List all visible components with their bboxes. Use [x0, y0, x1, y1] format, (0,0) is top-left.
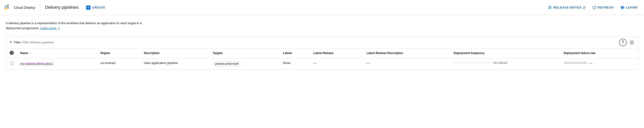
svg-rect-3	[7, 7, 9, 8]
deployment-fail-col-header[interactable]: Deployment failure rate	[561, 48, 638, 58]
labels-col-header[interactable]: Labels	[280, 48, 310, 58]
filter-label: Filter	[14, 41, 21, 44]
svg-rect-2	[4, 8, 6, 10]
learn-more-link[interactable]: Learn more ↗	[40, 26, 60, 30]
deployment-fail-bar	[564, 62, 587, 64]
google-cloud-logo-icon	[4, 4, 12, 11]
logo-area: Cloud Deploy	[4, 0, 40, 15]
release-notes-label: RELEASE NOTES	[553, 6, 582, 9]
learn-button[interactable]: LEARN	[617, 3, 640, 12]
external-link-small-icon: ↗	[58, 27, 60, 30]
help-icon-button[interactable]: ?	[619, 39, 627, 46]
page-title-area: Delivery pipelines + CREATE	[40, 0, 545, 15]
no-rollouts-label: No rollouts	[494, 61, 507, 64]
description-col-header[interactable]: Description	[141, 48, 210, 58]
svg-rect-12	[630, 41, 634, 41]
row-deployment-fail-cell: —	[561, 58, 638, 69]
main-content: A delivery pipeline is a representation …	[0, 15, 644, 70]
svg-line-8	[584, 6, 586, 8]
row-checkbox-cell[interactable]	[6, 58, 17, 69]
row-deployment-freq-cell: No rollouts	[451, 58, 561, 69]
create-label: CREATE	[92, 6, 105, 9]
learn-label: LEARN	[626, 6, 637, 9]
deployment-freq-col-header[interactable]: Deployment frequency	[451, 48, 561, 58]
row-name-cell: my-params-demo-app-1	[17, 58, 98, 69]
row-checkbox[interactable]	[10, 62, 13, 65]
pipelines-table-container: Name ↑ Region Description Targets Labels…	[6, 48, 638, 70]
row-latest-release-desc-cell: —	[364, 58, 451, 69]
filter-bar: Filter ?	[6, 37, 638, 48]
svg-rect-0	[4, 6, 6, 7]
header-checkbox[interactable]	[10, 51, 14, 55]
row-description-cell: main application pipeline	[141, 58, 210, 69]
svg-rect-14	[630, 43, 634, 43]
plus-icon: +	[86, 5, 90, 10]
latest-release-col-header[interactable]: Latest Release	[310, 48, 364, 58]
row-labels-cell: None	[280, 58, 310, 69]
filter-left: Filter	[9, 41, 617, 44]
table-row: my-params-demo-app-1 us-central1 main ap…	[6, 58, 638, 69]
no-rollouts-dotted-bar	[454, 62, 492, 63]
row-targets-cell: params-prod-multi	[210, 58, 280, 69]
deployment-freq-content: No rollouts	[454, 61, 558, 64]
density-toggle-button[interactable]	[628, 39, 635, 46]
filter-icon	[9, 41, 12, 44]
latest-release-desc-col-header[interactable]: Latest Release Description	[364, 48, 451, 58]
refresh-label: REFRESH	[598, 6, 614, 9]
filter-input[interactable]	[22, 41, 617, 44]
pipeline-name-link[interactable]: my-params-demo-app-1	[20, 61, 95, 66]
external-link-icon	[583, 6, 586, 9]
filter-right: ?	[619, 39, 635, 46]
description-text: A delivery pipeline is a representation …	[6, 21, 148, 31]
topbar: Cloud Deploy Delivery pipelines + CREATE…	[0, 0, 644, 15]
density-icon	[630, 40, 634, 45]
name-col-header[interactable]: Name ↑	[17, 48, 98, 58]
release-notes-icon	[548, 6, 552, 9]
targets-col-header[interactable]: Targets	[210, 48, 280, 58]
refresh-button[interactable]: REFRESH	[590, 4, 616, 11]
deployment-fail-value: —	[589, 61, 592, 65]
svg-rect-13	[630, 42, 634, 42]
app-name-label: Cloud Deploy	[14, 5, 35, 9]
deployment-fail-content: —	[564, 61, 635, 65]
create-button[interactable]: + CREATE	[82, 3, 109, 12]
pipelines-table: Name ↑ Region Description Targets Labels…	[6, 48, 638, 69]
page-title: Delivery pipelines	[45, 5, 78, 10]
row-latest-release-cell: —	[310, 58, 364, 69]
sort-asc-icon: ↑	[30, 52, 31, 55]
refresh-icon	[592, 6, 596, 9]
target-badge[interactable]: params-prod-multi	[212, 61, 241, 66]
checkbox-col-header	[6, 48, 17, 58]
table-header-row: Name ↑ Region Description Targets Labels…	[6, 48, 638, 58]
learn-icon	[620, 5, 624, 10]
region-col-header[interactable]: Region	[98, 48, 141, 58]
svg-rect-1	[7, 4, 9, 6]
svg-rect-15	[630, 44, 634, 44]
topbar-actions: RELEASE NOTES REFRESH LEARN	[545, 3, 640, 12]
release-notes-button[interactable]: RELEASE NOTES	[545, 4, 588, 11]
row-region-cell: us-central1	[98, 58, 141, 69]
